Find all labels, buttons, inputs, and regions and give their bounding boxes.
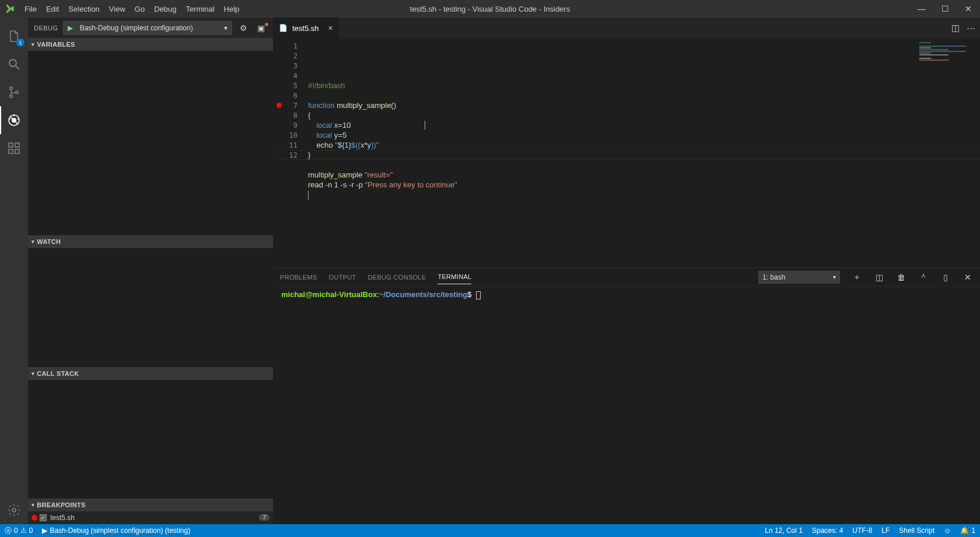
breakpoint-checkbox[interactable]: ✓ [40,514,47,521]
editor-code[interactable]: #!/bin/bashfunction multiply_sample(){ l… [308,39,980,267]
terminal-selector[interactable]: 1: bash▾ [758,271,840,284]
menu-selection[interactable]: Selection [64,5,104,13]
close-icon[interactable]: ✕ [957,4,980,13]
debug-console-icon[interactable]: ▣ [254,23,267,33]
more-actions-icon[interactable]: ⋯ [967,23,975,33]
menu-file[interactable]: File [20,5,41,13]
gutter-line[interactable]: 8 [273,110,308,120]
menu-go[interactable]: Go [130,5,149,13]
code-line[interactable]: multiply_sample "result=" [308,170,980,180]
panel-tab-terminal[interactable]: TERMINAL [438,270,471,284]
breakpoint-row[interactable]: ✓ test5.sh 7 [28,511,273,524]
shell-file-icon: 📄 [279,24,288,32]
tab-bar: 📄 test5.sh × ◫ ⋯ [273,18,980,39]
gutter-line[interactable]: 1 [273,41,308,51]
gutter-line[interactable]: 6 [273,90,308,100]
menu-view[interactable]: View [104,5,130,13]
svg-point-4 [16,91,19,94]
bottom-panel: PROBLEMS OUTPUT DEBUG CONSOLE TERMINAL 1… [273,267,980,524]
menu-terminal[interactable]: Terminal [181,5,219,13]
panel-tab-problems[interactable]: PROBLEMS [280,270,317,284]
code-line[interactable]: #!/bin/bash [308,81,980,90]
new-terminal-icon[interactable]: ＋ [852,272,862,283]
status-encoding[interactable]: UTF-8 [848,526,877,535]
terminal-cursor [476,291,481,299]
status-bar: ⓧ0⚠0 ▶Bash-Debug (simplest configuration… [0,524,980,537]
maximize-panel-icon[interactable]: ＾ [918,272,929,283]
tab-test5[interactable]: 📄 test5.sh × [273,18,340,39]
debug-icon[interactable] [0,106,28,134]
code-line[interactable] [308,160,980,170]
debug-config-select[interactable]: ▶ Bash-Debug (simplest configuration) ▾ [63,21,232,35]
settings-gear-icon[interactable] [0,496,28,524]
gutter-line[interactable]: 2 [273,51,308,61]
panel-tab-output[interactable]: OUTPUT [329,270,356,284]
status-eol[interactable]: LF [877,526,894,535]
menu-edit[interactable]: Edit [41,5,64,13]
kill-terminal-icon[interactable]: 🗑 [896,273,907,282]
gutter-line[interactable]: 4 [273,71,308,81]
code-line[interactable]: function multiply_sample() [308,100,980,110]
debug-settings-icon[interactable]: ⚙ [237,23,250,33]
watch-body [28,248,273,367]
debug-sidebar: DEBUG ▶ Bash-Debug (simplest configurati… [28,18,273,524]
code-line[interactable]: local y=5 [308,130,980,140]
maximize-icon[interactable]: ☐ [933,4,957,13]
move-panel-icon[interactable]: ▯ [940,273,951,282]
gutter-line[interactable]: 10 [273,130,308,140]
status-errors[interactable]: ⓧ0⚠0 [0,526,37,536]
svg-rect-10 [9,143,13,147]
gutter-line[interactable]: 9 [273,120,308,130]
start-debug-icon[interactable]: ▶ [64,24,78,32]
minimize-icon[interactable]: — [910,4,933,13]
split-editor-icon[interactable]: ◫ [951,23,960,33]
panel-tab-debug-console[interactable]: DEBUG CONSOLE [368,270,426,284]
status-launch[interactable]: ▶Bash-Debug (simplest configuration) (te… [37,526,195,535]
gutter-line[interactable]: 3 [273,61,308,71]
status-notifications[interactable]: 🔔1 [956,526,980,535]
chevron-down-icon[interactable]: ▾ [220,24,232,32]
editor-cursor [308,191,309,200]
split-terminal-icon[interactable]: ◫ [874,273,884,282]
close-panel-icon[interactable]: ✕ [963,273,973,282]
close-tab-icon[interactable]: × [328,23,333,33]
status-feedback-icon[interactable]: ☺ [939,526,956,535]
minimap[interactable] [919,42,978,65]
activity-bar: 1 [0,18,28,524]
code-line[interactable]: { [308,110,980,120]
status-language[interactable]: Shell Script [894,526,939,535]
code-line[interactable] [308,190,980,200]
terminal-body[interactable]: michal@michal-VirtualBox:~/Documents/src… [273,287,980,524]
callstack-header[interactable]: ▾CALL STACK [28,367,273,380]
debug-header: DEBUG ▶ Bash-Debug (simplest configurati… [28,18,273,38]
search-icon[interactable] [0,50,28,78]
gutter-line[interactable]: 11 [273,140,308,150]
explorer-badge: 1 [16,39,24,47]
breakpoint-file: test5.sh [50,514,259,522]
status-position[interactable]: Ln 12, Col 1 [760,526,807,535]
menu-help[interactable]: Help [219,5,244,13]
status-indentation[interactable]: Spaces: 4 [807,526,848,535]
explorer-icon[interactable]: 1 [0,22,28,50]
panel-tabs: PROBLEMS OUTPUT DEBUG CONSOLE TERMINAL 1… [273,268,980,287]
editor[interactable]: 123456789101112 #!/bin/bashfunction mult… [273,39,980,267]
tab-actions: ◫ ⋯ [947,18,980,39]
menu-debug[interactable]: Debug [149,5,181,13]
code-line[interactable]: read -n 1 -s -r -p "Press any key to con… [308,180,980,190]
watch-header[interactable]: ▾WATCH [28,235,273,248]
variables-header[interactable]: ▾VARIABLES [28,38,273,51]
code-line[interactable]: echo "${1}$((x*y))" [308,140,980,150]
source-control-icon[interactable] [0,78,28,106]
code-line[interactable] [308,90,980,100]
variables-body [28,51,273,235]
extensions-icon[interactable] [0,134,28,162]
debug-config-label: Bash-Debug (simplest configuration) [78,24,220,32]
gutter-line[interactable]: 5 [273,81,308,90]
svg-point-14 [12,508,16,512]
code-line[interactable]: local x=10 [308,120,980,130]
gutter-line[interactable]: 7 [273,100,308,110]
breakpoint-glyph[interactable] [276,103,282,108]
breakpoints-header[interactable]: ▾BREAKPOINTS [28,498,273,511]
callstack-body [28,380,273,498]
terminal-prompt: michal@michal-VirtualBox:~/Documents/src… [281,290,481,299]
